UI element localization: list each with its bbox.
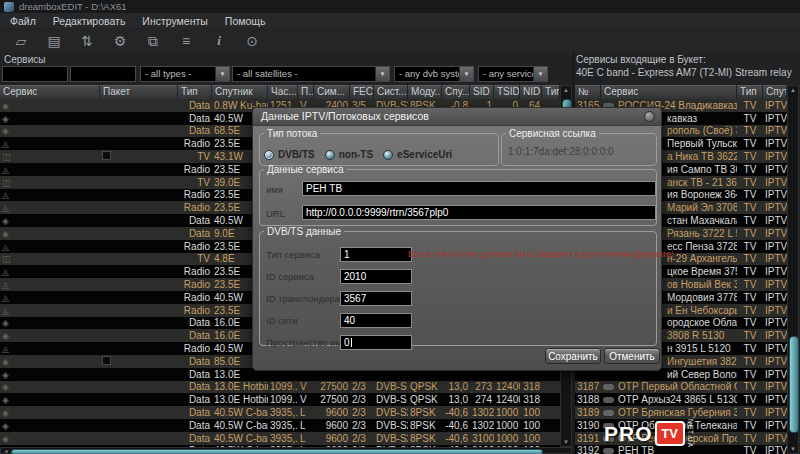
radio-icon[interactable]	[325, 150, 335, 160]
dvb-field-input-4[interactable]: 40	[340, 313, 412, 328]
protv-pro-text: PRO	[604, 422, 653, 446]
cell: ◬	[0, 305, 100, 316]
column-header-час[interactable]: Час...	[268, 85, 298, 99]
table-row[interactable]: 3187ОТР Первый Областной Ор...TVIPTV	[575, 381, 787, 394]
table-row[interactable]: ◈Data13.0E Hotbird ...1099...V275002/3DV…	[0, 381, 560, 394]
column-header-tsid[interactable]: TSID	[494, 85, 520, 99]
save-button[interactable]: Сохранить	[545, 348, 601, 364]
about-icon[interactable]: ⊙	[240, 31, 264, 51]
list-icon[interactable]: ≡	[174, 31, 198, 51]
service-link-value: 1:0:1:7da:def:28:0:0:0:0	[508, 146, 614, 157]
column-header-сим[interactable]: Сим...	[314, 85, 350, 99]
menu-item-1[interactable]: Файл	[3, 15, 43, 27]
satellite-filter-dropdown[interactable]: - all satellites -▼	[232, 66, 390, 82]
scroll-up-icon[interactable]: ▲	[788, 87, 798, 93]
radio-icon[interactable]	[264, 150, 274, 160]
dvb-field-input-3[interactable]: 3567	[340, 291, 412, 306]
radio-icon: ◬	[2, 242, 9, 252]
table-row[interactable]: 3189ОТР Брянская Губерния 387...TVIPTV	[575, 406, 787, 419]
chevron-down-icon[interactable]: ▼	[375, 67, 389, 81]
cell: 40.5W C-band ...	[212, 433, 268, 444]
scroll-down-icon[interactable]: ▼	[788, 446, 798, 452]
cell: Data	[178, 381, 212, 392]
transfer-icon[interactable]: ⇅	[75, 31, 99, 51]
scroll-left-icon[interactable]: ◄	[1, 448, 11, 454]
service-filter-dropdown[interactable]: - any service -▼	[478, 66, 548, 82]
filter-input-1[interactable]	[2, 66, 68, 82]
radio-option-eserviceuri[interactable]: eServiceUri	[383, 144, 462, 161]
column-header-моду[interactable]: Моду...	[408, 85, 442, 99]
cell: 1302	[470, 407, 494, 418]
cell: ◈	[0, 125, 100, 136]
menu-item-3[interactable]: Инструменты	[135, 15, 214, 27]
column-header-тип[interactable]: Тип	[178, 85, 212, 99]
bouquet-vscroll-thumb[interactable]	[789, 336, 799, 433]
service-type: TV	[737, 253, 763, 264]
column-header-спут[interactable]: Спут...	[763, 85, 787, 99]
scroll-up-icon[interactable]: ▲	[561, 87, 571, 93]
column-header-fec[interactable]: FEC	[350, 85, 374, 99]
dvb-field-input-1[interactable]: 1	[340, 247, 412, 262]
data-icon: ◈	[2, 382, 9, 392]
dvb-data-group: DVB/TS данные Тип сервиса1ID сервиса2010…	[259, 226, 657, 346]
column-header-п[interactable]: П...	[298, 85, 314, 99]
table-row[interactable]: ◈Data13.0E Hotbird ...1099...V275002/3DV…	[0, 393, 560, 406]
service-number: 3192	[575, 445, 601, 454]
menu-item-2[interactable]: Редактировать	[46, 15, 133, 27]
services-hscrollbar[interactable]: ◄	[0, 447, 572, 454]
column-header-тип[interactable]: Тип	[542, 85, 560, 99]
cancel-button[interactable]: Отменить	[604, 348, 660, 364]
table-row[interactable]: ◈Data40.5W C-band ...3935,...L96002/3DVB…	[0, 432, 560, 445]
column-header-сист[interactable]: Сист...	[374, 85, 408, 99]
column-header-тип[interactable]: Тип	[737, 85, 763, 99]
dvb-system-filter-dropdown[interactable]: - any dvb system -▼	[394, 66, 474, 82]
info-icon[interactable]: i	[207, 31, 231, 51]
bouquet-vscrollbar[interactable]: ▲ ▼	[787, 85, 799, 454]
url-input[interactable]: http://0.0.0.0:9999/rtrn/3567plp0	[302, 205, 656, 220]
cell: ◈	[0, 113, 100, 124]
column-header-спутник[interactable]: Спутник	[212, 85, 268, 99]
type-filter-dropdown[interactable]: - all types -▼	[140, 66, 230, 82]
scroll-down-icon[interactable]: ▼	[561, 439, 571, 445]
table-row[interactable]: ◈Data40.5W C-band ...3935,...L96002/3DVB…	[0, 419, 560, 432]
settings-icon[interactable]: ⚙	[108, 31, 132, 51]
column-header-num[interactable]: №	[575, 85, 601, 99]
dvb-field-input-5[interactable]: 0	[340, 335, 412, 350]
dialog-title[interactable]: Данные IPTV/Потоковых сервисов	[253, 108, 661, 126]
column-header-сервис[interactable]: Сервис	[601, 85, 737, 99]
radio-option-dvbts[interactable]: DVB/TS	[264, 144, 325, 161]
service-type: TV	[737, 151, 763, 162]
dialog-close-icon[interactable]	[644, 111, 655, 122]
text-caret	[351, 338, 352, 347]
dvb-field-input-2[interactable]: 2010	[340, 269, 412, 284]
services-hscroll-thumb[interactable]	[11, 449, 543, 454]
cell: ◈	[0, 381, 100, 392]
column-header-nid[interactable]: NID	[520, 85, 542, 99]
copy-icon[interactable]: ⧉	[141, 31, 165, 51]
toolbar: ▱▤⇅⚙⧉≡i⊙	[0, 28, 800, 53]
filter-input-2[interactable]	[70, 66, 136, 82]
column-header-пакет[interactable]: Пакет	[100, 85, 178, 99]
cell: L	[298, 420, 314, 431]
chevron-down-icon[interactable]: ▼	[215, 67, 229, 81]
cell: 12400	[494, 394, 520, 405]
column-header-спу[interactable]: Спу...	[442, 85, 470, 99]
radio-icon[interactable]	[383, 150, 393, 160]
cell: DVB-S	[374, 394, 408, 405]
radio-option-nonts[interactable]: non-TS	[325, 144, 383, 161]
cell: 3935,...	[268, 407, 298, 418]
table-row[interactable]: 3188ОТР Архыз24 3865 L 5130TVIPTV	[575, 393, 787, 406]
name-input[interactable]: РЕН ТВ	[302, 181, 656, 196]
service-type: TV	[737, 369, 763, 380]
iptv-service-dialog: Данные IPTV/Потоковых сервисов Тип поток…	[252, 107, 662, 371]
menu-item-4[interactable]: Помощь	[218, 15, 273, 27]
chevron-down-icon[interactable]: ▼	[459, 67, 473, 81]
url-label: URL	[266, 208, 285, 219]
table-row[interactable]: ◈Data40.5W C-band ...3935,...L96002/3DVB…	[0, 406, 560, 419]
column-header-сервис[interactable]: Сервис	[0, 85, 100, 99]
column-header-sid[interactable]: SID	[470, 85, 494, 99]
dropdown-value: - all satellites -	[233, 67, 375, 81]
open-icon[interactable]: ▱	[9, 31, 33, 51]
save-icon[interactable]: ▤	[42, 31, 66, 51]
chevron-down-icon[interactable]: ▼	[533, 67, 547, 81]
